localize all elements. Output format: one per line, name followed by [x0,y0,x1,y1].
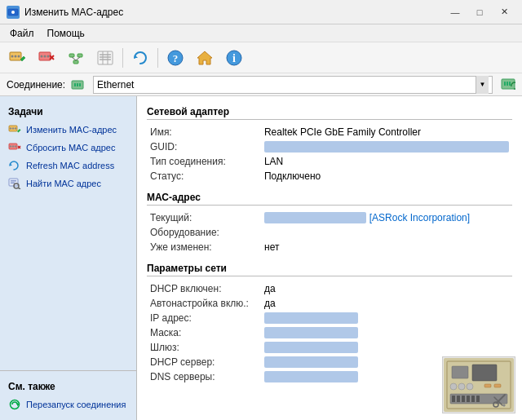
hardware-value [261,225,512,240]
sidebar-item-reconnect[interactable]: Перезапуск соединения [0,396,136,413]
title-bar: Изменить MAC-адрес — □ ✕ [0,0,522,24]
main-container: Задачи Изменить MAC-адрес [0,96,522,420]
svg-rect-14 [73,60,78,64]
name-label: Имя: [147,125,261,139]
dhcp-server-blurred: 19█.███.███.███ [264,356,358,368]
sidebar-item-find-mac[interactable]: Найти МАС адрес [0,175,136,192]
close-button[interactable]: ✕ [493,4,515,20]
info-icon: i [224,48,244,68]
table-row: Имя: Realtek PCIe GbE Family Controller [147,125,512,139]
maximize-button[interactable]: □ [468,4,491,20]
table-row: Шлюз: 19█.███.███.███ [147,340,512,355]
refresh-icon [130,48,150,68]
svg-rect-69 [471,396,475,402]
svg-point-59 [450,383,457,390]
svg-point-43 [12,145,14,147]
sidebar-also-title: См. также [0,378,136,396]
find-mac-sidebar-icon [8,177,21,190]
table-row: Тип соединения: LAN [147,154,512,169]
toolbar-reset-mac[interactable] [33,46,60,70]
sidebar-item-refresh-mac[interactable]: Refresh MAC address [0,157,136,175]
toolbar-sep-1 [122,48,123,68]
svg-point-61 [467,383,473,390]
svg-point-38 [10,127,11,129]
svg-rect-31 [77,83,78,86]
gateway-value: 19█.███.███.███ [261,340,512,355]
table-row: Маска: 25█.███.███.███ [147,325,512,340]
svg-text:?: ? [173,52,179,64]
svg-point-44 [15,145,16,147]
dhcp-server-label: DHCP сервер: [147,355,261,369]
svg-rect-13 [77,54,82,57]
sidebar-item-reset-mac[interactable]: Сбросить МАС адрес [0,139,136,157]
status-label: Статус: [147,169,261,183]
toolbar-list[interactable] [91,46,119,70]
sidebar: Задачи Изменить MAC-адрес [0,96,137,420]
changed-label: Уже изменен: [147,240,261,254]
dns-label: DNS серверы: [147,369,261,384]
connection-label: Соединение: [7,79,65,91]
mac-blurred: ██:██:██:██:██:██ [264,212,366,223]
auto-label: Автонастройка вклю.: [147,296,261,311]
mac-vendor-link[interactable]: [ASRock Incorporation] [369,212,470,223]
mask-blurred: 25█.███.███.███ [264,327,358,338]
svg-point-4 [15,55,17,57]
gateway-label: Шлюз: [147,340,261,355]
toolbar: ? i [0,42,522,73]
sidebar-also: См. также Перезапуск соединения [0,370,136,413]
svg-rect-50 [11,183,15,184]
menu-file[interactable]: Файл [3,26,41,41]
sidebar-tasks-title: Задачи [0,103,136,121]
menu-help[interactable]: Помощь [41,26,91,41]
title-text: Изменить MAC-адрес [24,7,123,18]
table-row: IP адрес: 19█.███.███.███ [147,311,512,325]
svg-point-9 [47,55,50,57]
list-icon [95,48,115,68]
svg-rect-58 [472,365,497,381]
network-section-header: Параметры сети [147,263,512,274]
toolbar-network[interactable] [62,46,90,70]
svg-rect-68 [467,396,470,402]
toolbar-refresh[interactable] [126,46,154,70]
svg-rect-12 [69,54,74,57]
connection-dropdown[interactable]: Ethernet ▼ [93,76,493,94]
svg-rect-17 [98,51,113,64]
svg-marker-26 [197,51,212,64]
toolbar-help[interactable]: ? [161,46,189,70]
svg-rect-34 [504,82,506,86]
hardware-label: Оборудование: [147,225,261,240]
svg-point-3 [11,55,14,57]
sidebar-item-change-mac[interactable]: Изменить MAC-адрес [0,121,136,139]
table-row: DHCP включен: да [147,281,512,296]
network-icon [66,48,86,68]
guid-blurred: { ████████████████████████████████ } [264,141,509,153]
guid-label: GUID: [147,139,261,154]
menu-bar: Файл Помощь [0,24,522,42]
toolbar-home[interactable] [191,46,219,70]
minimize-button[interactable]: — [444,4,467,20]
content-panel: Сетевой адаптер Имя: Realtek PCIe GbE Fa… [137,96,522,420]
refresh-mac-label: Refresh MAC address [26,161,114,170]
svg-rect-32 [79,83,81,86]
toolbar-change-mac[interactable] [3,46,31,70]
reconnect-label: Перезапуск соединения [26,400,126,409]
svg-rect-70 [476,396,480,402]
svg-point-7 [41,55,43,57]
svg-rect-35 [507,82,508,86]
svg-point-40 [15,127,16,129]
svg-rect-62 [484,384,491,387]
svg-line-16 [76,57,80,60]
ethernet-icon [70,79,85,91]
dropdown-arrow-icon[interactable]: ▼ [476,76,489,94]
toolbar-info[interactable]: i [220,46,248,70]
svg-line-52 [19,188,21,190]
table-row: GUID: { ████████████████████████████████… [147,139,512,154]
refresh-connection-icon[interactable] [501,78,515,91]
svg-point-1 [11,11,15,14]
svg-point-60 [458,383,465,390]
network-divider [147,276,512,276]
table-row: Статус: Подключено [147,169,512,183]
reset-mac-label: Сбросить МАС адрес [26,143,115,153]
guid-value: { ████████████████████████████████ } [261,139,512,154]
toolbar-sep-2 [157,48,158,68]
